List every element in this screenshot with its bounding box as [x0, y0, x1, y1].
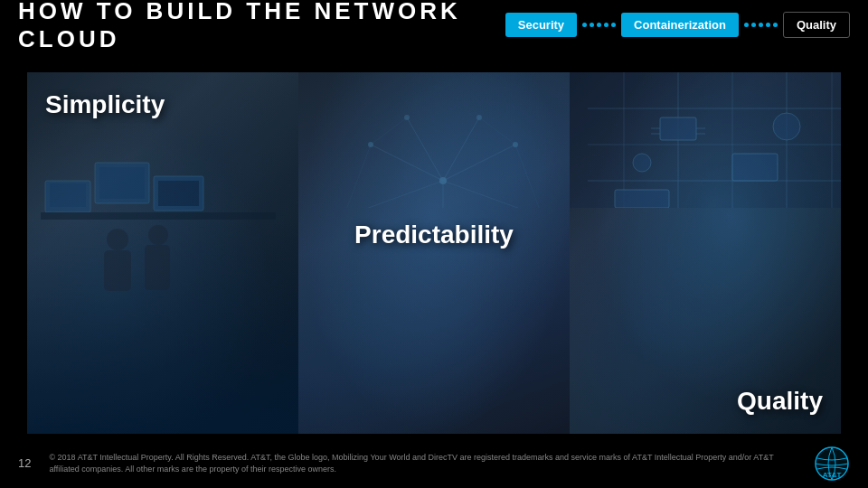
dot — [773, 23, 778, 27]
svg-rect-6 — [50, 183, 86, 207]
circuit-svg — [570, 72, 841, 208]
header: HOW TO BUILD THE NETWORK CLOUD Security … — [0, 0, 868, 50]
dot — [604, 23, 609, 27]
svg-rect-9 — [104, 250, 131, 291]
page-title: HOW TO BUILD THE NETWORK CLOUD — [18, 0, 505, 53]
dots-1 — [577, 23, 621, 27]
panel-predictability: Predictability — [298, 72, 570, 434]
step-quality-label: Quality — [783, 12, 850, 38]
dots-2 — [739, 23, 783, 27]
step-security-label: Security — [505, 13, 577, 37]
svg-rect-7 — [99, 167, 145, 199]
step-containerization-label: Containerization — [621, 13, 739, 37]
step-quality: Quality — [783, 12, 850, 38]
panel-predictability-label: Predictability — [354, 221, 514, 249]
svg-point-10 — [148, 225, 168, 245]
step-security: Security — [505, 13, 577, 37]
dot — [597, 23, 601, 27]
dot — [744, 23, 749, 27]
svg-rect-5 — [158, 181, 199, 206]
svg-rect-62 — [570, 72, 841, 208]
svg-rect-11 — [145, 245, 170, 290]
panel-overlay — [298, 72, 570, 434]
step-containerization: Containerization — [621, 13, 739, 37]
att-logo: AT&T — [814, 446, 850, 482]
dot — [611, 23, 616, 27]
dot — [751, 23, 756, 27]
panel-quality-label: Quality — [737, 387, 823, 416]
panel-quality: Quality — [570, 72, 841, 434]
panel-simplicity: Simplicity — [27, 72, 298, 434]
dot — [590, 23, 594, 27]
svg-text:AT&T: AT&T — [823, 471, 842, 479]
dot — [759, 23, 763, 27]
footer: 12 © 2018 AT&T Intellectual Property. Al… — [0, 438, 868, 488]
main-panels: Simplicity — [27, 72, 841, 434]
svg-point-8 — [107, 229, 128, 250]
svg-rect-12 — [41, 212, 276, 220]
panel-simplicity-label: Simplicity — [45, 90, 165, 119]
dot — [582, 23, 587, 27]
steps-bar: Security Containerization Quality — [505, 12, 850, 38]
dot — [766, 23, 770, 27]
page-number: 12 — [18, 456, 31, 470]
footer-legal-text: © 2018 AT&T Intellectual Property. All R… — [49, 452, 796, 474]
